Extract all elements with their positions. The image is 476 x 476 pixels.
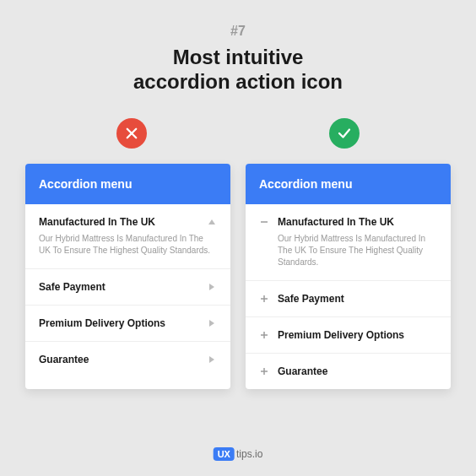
brand-badge: UX bbox=[214, 447, 235, 461]
accordion-item[interactable]: Safe Payment bbox=[246, 281, 451, 317]
accordion-item-title: Premium Delivery Options bbox=[278, 329, 437, 341]
caret-right-icon bbox=[207, 354, 217, 365]
title-line-2: accordion action icon bbox=[133, 70, 343, 95]
accordion-item[interactable]: Guarantee bbox=[25, 342, 230, 377]
accordion-item[interactable]: Premium Delivery Options bbox=[246, 317, 451, 354]
accordion-item-title: Safe Payment bbox=[39, 281, 198, 293]
accordion-item-body: Our Hybrid Mattress Is Manufactured In T… bbox=[39, 233, 217, 257]
accordion-item-title: Premium Delivery Options bbox=[39, 317, 198, 329]
caret-right-icon bbox=[207, 318, 217, 328]
accordion-item-expanded[interactable]: Manufactured In The UK Our Hybrid Mattre… bbox=[25, 204, 230, 269]
title-line-1: Most intuitive bbox=[133, 46, 343, 70]
comparison-badges bbox=[25, 118, 451, 149]
svg-marker-5 bbox=[209, 356, 214, 363]
accordion-item[interactable]: Safe Payment bbox=[25, 269, 230, 306]
card-good-example: Accordion menu Manufactured In The UK Ou… bbox=[246, 164, 451, 389]
caret-up-icon bbox=[207, 217, 217, 227]
accordion-item-title: Manufactured In The UK bbox=[278, 216, 437, 228]
svg-marker-3 bbox=[209, 284, 214, 290]
card-bad-example: Accordion menu Manufactured In The UK Ou… bbox=[25, 164, 230, 389]
plus-icon bbox=[259, 366, 269, 376]
plus-icon bbox=[259, 294, 269, 304]
svg-marker-2 bbox=[208, 219, 215, 224]
accordion-item-title: Guarantee bbox=[278, 365, 437, 377]
caret-right-icon bbox=[207, 282, 217, 292]
accordion-item-body: Our Hybrid Mattress Is Manufactured In T… bbox=[278, 233, 437, 268]
svg-marker-4 bbox=[209, 320, 214, 327]
cross-icon bbox=[116, 118, 147, 149]
plus-icon bbox=[259, 330, 269, 340]
accordion-item-expanded[interactable]: Manufactured In The UK Our Hybrid Mattre… bbox=[246, 204, 451, 281]
check-icon bbox=[329, 118, 360, 149]
accordion-item[interactable]: Premium Delivery Options bbox=[25, 306, 230, 342]
tip-number: #7 bbox=[230, 24, 246, 39]
accordion-item-title: Manufactured In The UK bbox=[39, 216, 198, 228]
comparison-cards: Accordion menu Manufactured In The UK Ou… bbox=[25, 164, 451, 389]
page-title: Most intuitive accordion action icon bbox=[133, 46, 343, 95]
minus-icon bbox=[259, 217, 269, 227]
accordion-header: Accordion menu bbox=[246, 164, 451, 204]
accordion-item[interactable]: Guarantee bbox=[246, 354, 451, 389]
accordion-header: Accordion menu bbox=[25, 164, 230, 204]
accordion-item-title: Safe Payment bbox=[278, 293, 437, 305]
accordion-item-title: Guarantee bbox=[39, 354, 198, 365]
brand-text: tips.io bbox=[236, 448, 262, 460]
brand-footer: UX tips.io bbox=[214, 447, 263, 461]
